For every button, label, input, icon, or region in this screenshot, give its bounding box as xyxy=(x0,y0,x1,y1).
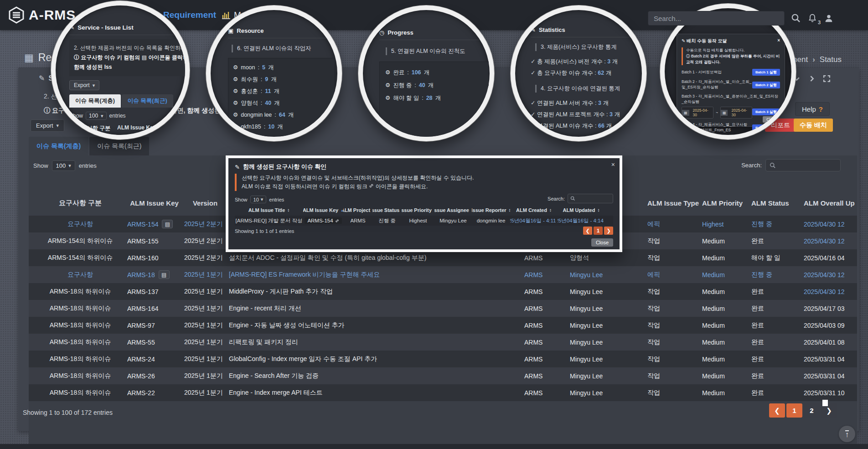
card-header-icons xyxy=(793,75,831,83)
search-icon[interactable] xyxy=(791,13,801,23)
pagination-page-1[interactable]: 1 xyxy=(786,403,802,418)
batch-3-run-button[interactable]: Batch 3 실행 xyxy=(752,108,780,115)
modal-pagination-page-1[interactable]: 1 xyxy=(594,227,603,235)
gear-icon: ⚙ xyxy=(385,92,390,104)
global-search-input[interactable] xyxy=(648,11,785,26)
issue-list-icon[interactable]: ▤ xyxy=(159,270,170,279)
sort-icon xyxy=(597,208,599,212)
resource-item: ⚙양형석 : 40 개 xyxy=(233,97,330,109)
chevron-right-icon: › xyxy=(812,55,815,64)
issue-key-cell[interactable]: ARMS-160 xyxy=(127,254,184,262)
batch-modal: ✎ 배치 수동 동작 모달 × 수동으로 직접 배치를 실행합니다. ⓘ Bat… xyxy=(677,34,785,127)
issue-key-cell[interactable]: ARMS-55 xyxy=(127,339,184,346)
batch-1-run-button[interactable]: Batch 1 실행 xyxy=(752,69,780,76)
pencil-square-icon: ✎ xyxy=(531,26,536,33)
arrow-up-icon: ↑ xyxy=(845,430,849,438)
modal-page-size-select[interactable]: 10 xyxy=(250,196,267,203)
table-row[interactable]: ARMS-18의 하위이슈 ARMS-55 2025년 1분기 리팩토링 및 패… xyxy=(29,334,857,351)
modal-table-row[interactable]: [ARMS-REQ] 개발 문서 작성 ARMS-154 ARMS 진행 중 H… xyxy=(235,216,613,226)
export-button[interactable]: Export xyxy=(69,80,99,90)
issue-key-cell[interactable]: ARMS-18▤ xyxy=(127,270,184,279)
page-size-select[interactable]: 100 xyxy=(52,160,75,171)
expand-icon[interactable] xyxy=(823,75,831,83)
close-icon[interactable]: × xyxy=(611,161,615,168)
grid-icon: ▦ xyxy=(24,52,34,64)
clock-icon: ◷ xyxy=(379,29,384,36)
notification-badge: 3 xyxy=(818,20,821,25)
table-row[interactable]: ARMS-18의 하위이슈 ARMS-137 2025년 1분기 MiddleP… xyxy=(29,283,857,300)
table-row[interactable]: ARMS-18의 하위이슈 ARMS-24 2025년 1분기 GlobalCo… xyxy=(29,351,857,367)
user-avatar-icon[interactable] xyxy=(824,13,834,23)
breadcrumb-current: Status xyxy=(820,55,842,64)
col-header[interactable]: Version xyxy=(184,199,229,207)
batch-2-run-button[interactable]: Batch 2 실행 xyxy=(752,82,780,88)
progress-item: ⚙진행 중 : 40 개 xyxy=(385,79,483,92)
check-icon: ✓ xyxy=(531,111,535,118)
col-header[interactable]: 요구사항 구분 xyxy=(36,199,127,207)
magnifier-lens-statistics: ✎ Statistics 3. 제품(서비스) 요구사항 통계 ✓ 총 제품(서… xyxy=(511,5,646,141)
issue-key-cell[interactable]: ARMS-97 xyxy=(127,322,184,329)
tab-issue-list-recent[interactable]: 이슈 목록(최근) xyxy=(122,94,173,108)
modal-search-input[interactable] xyxy=(568,194,613,203)
progress-item: ⚙해야 할 일 : 28 개 xyxy=(385,92,483,104)
tab-issue-list-hierarchy[interactable]: 이슈 목록(계층) xyxy=(29,137,88,155)
page-size-select[interactable]: 100 xyxy=(86,112,107,120)
col-header[interactable]: ALM Overall Up xyxy=(804,199,857,207)
progress-item: ⚙완료 : 106 개 xyxy=(385,66,483,79)
col-header[interactable]: ALM Issue Type xyxy=(647,199,702,207)
issue-key-cell[interactable]: ARMS-24 xyxy=(127,356,184,363)
navbar-search-cluster: 3 xyxy=(648,11,834,26)
scroll-to-top-button[interactable]: ↑ xyxy=(839,426,855,442)
tab-issue-list-hierarchy[interactable]: 이슈 목록(계층) xyxy=(69,94,121,108)
table-row[interactable]: ARMS-18의 하위이슈 ARMS-164 2025년 1분기 Engine … xyxy=(29,300,857,317)
check-icon: ✓ xyxy=(531,100,535,106)
gear-icon: ⚙ xyxy=(233,73,238,85)
notification-bell-icon[interactable]: 3 xyxy=(807,13,817,23)
nav-item-requirement[interactable]: Requirement xyxy=(163,10,216,20)
batch-date-from[interactable]: ▦2025-04-30 xyxy=(682,107,713,119)
pagination-prev-button[interactable]: ❮ xyxy=(769,403,785,418)
tab-issue-list-recent[interactable]: 이슈 목록(최근) xyxy=(89,137,149,155)
table-row[interactable]: ARMS-18의 하위이슈 ARMS-26 2025년 1분기 Engine -… xyxy=(29,367,857,384)
horizontal-scrollbar-thumb[interactable] xyxy=(822,400,828,406)
issue-key-cell[interactable]: ARMS-26 xyxy=(127,372,184,380)
stat-item: ✓ 총 요구사항 이슈 개수 : 62 개 xyxy=(531,67,645,79)
batch-modal-title: ✎ 배치 수동 동작 모달 xyxy=(682,38,727,44)
chevron-right-icon[interactable] xyxy=(808,75,816,83)
col-header[interactable]: ALM Status xyxy=(751,199,804,207)
modal-pagination-prev[interactable]: ❮ xyxy=(583,227,592,235)
issue-list-tabs: 이슈 목록(계층) 이슈 목록(최근) xyxy=(29,137,149,155)
search-icon xyxy=(570,196,575,201)
alm-issue-link[interactable]: ARMS-154 xyxy=(305,217,341,224)
close-icon[interactable]: × xyxy=(777,38,780,44)
table-row[interactable]: 요구사항 ARMS-18▤ 2025년 1분기 [ARMS-REQ] ES Fr… xyxy=(29,266,857,283)
magnifier-lens-service: ✎ Service - Issue List 2. 선택한 제품과 버전의 이슈… xyxy=(51,1,190,139)
batch-date-to[interactable]: ▦2025-04-30 xyxy=(720,107,752,119)
modal-controls: Show 10 entries Search: xyxy=(235,196,613,206)
export-button[interactable]: Export xyxy=(31,119,64,132)
help-button[interactable]: Help? xyxy=(795,102,830,116)
col-header[interactable]: ALM Priority xyxy=(702,199,751,207)
resource-icon: ▣ xyxy=(228,27,233,34)
modal-close-button[interactable]: Close xyxy=(591,238,613,247)
app-root: A-RMS Requirement Monitoring 3 Requireme… xyxy=(0,0,868,449)
modal-info-callout: 선택한 요구사항 이슈와 연결이슈 및 서브테스크(하위작업)의 상세정보를 확… xyxy=(235,174,474,191)
lens-panel-title: ✎ Service - Issue List xyxy=(69,24,190,35)
issue-key-cell[interactable]: ARMS-155 xyxy=(127,237,184,245)
issue-key-cell[interactable]: ARMS-164 xyxy=(127,305,184,312)
issue-key-cell[interactable]: ARMS-22 xyxy=(127,389,184,397)
table-search-input[interactable] xyxy=(765,159,841,171)
table-row[interactable]: ARMS-18의 하위이슈 ARMS-22 2025년 1분기 Engine -… xyxy=(29,384,857,401)
brand[interactable]: A-RMS xyxy=(8,6,76,24)
resource-item: ⚙홍성훈 : 11 개 xyxy=(233,85,330,97)
issue-key-cell[interactable]: ARMS-154▤ xyxy=(127,220,184,228)
issue-key-cell[interactable]: ARMS-137 xyxy=(127,288,184,295)
magnifier-lens-progress: ◷ Progress 5. 연결된 ALM 이슈의 진척도 ⚙완료 : 106 … xyxy=(358,5,494,141)
resource-item: ⚙dongmin lee : 64 개 xyxy=(233,109,330,121)
col-header[interactable]: ALM Issue Key xyxy=(127,199,184,207)
modal-pagination-next[interactable]: ❯ xyxy=(604,227,613,235)
table-row[interactable]: ARMS-18의 하위이슈 ARMS-97 2025년 1분기 Engine -… xyxy=(29,317,857,334)
pagination-page-2[interactable]: 2 xyxy=(804,403,820,418)
manual-batch-button[interactable]: 수동 배치 xyxy=(794,119,833,132)
issue-list-icon[interactable]: ▤ xyxy=(162,220,173,228)
